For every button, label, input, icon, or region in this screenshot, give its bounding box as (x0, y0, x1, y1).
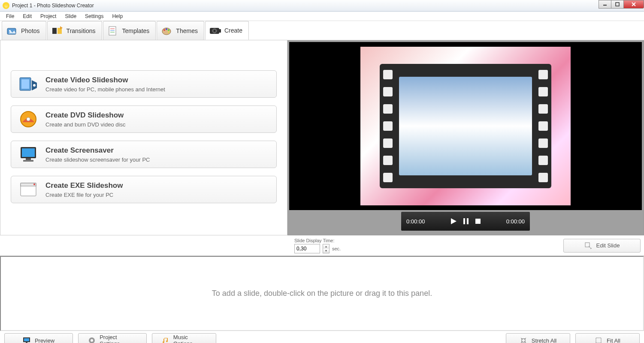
menu-settings[interactable]: Settings (81, 12, 108, 21)
stop-icon (475, 217, 481, 225)
minimize-button[interactable] (599, 0, 611, 9)
create-option-title: Create DVD Slideshow (45, 111, 125, 120)
tab-create[interactable]: Create (205, 21, 249, 40)
app-icon: ☺ (3, 2, 9, 9)
edit-slide-label: Edit Slide (596, 242, 620, 249)
svg-point-33 (33, 184, 35, 185)
photos-icon (6, 25, 18, 37)
minimize-icon (603, 2, 607, 6)
edit-slide-button[interactable]: Edit Slide (563, 239, 641, 253)
svg-rect-34 (463, 218, 465, 224)
create-option-desc: Create video for PC, mobile phones and I… (45, 86, 165, 93)
svg-rect-35 (467, 218, 469, 224)
fit-all-button[interactable]: Fit All (575, 333, 640, 343)
exe-slideshow-icon (18, 181, 39, 199)
slide-preview-image (360, 47, 571, 205)
svg-rect-30 (23, 160, 33, 162)
svg-rect-6 (52, 28, 57, 34)
svg-rect-28 (22, 148, 35, 157)
main-row: Create Video Slideshow Create video for … (0, 40, 644, 235)
music-icon (162, 337, 169, 343)
svg-point-19 (214, 30, 215, 32)
create-option-desc: Create EXE file for your PC (45, 192, 123, 198)
play-button[interactable] (450, 217, 457, 225)
slide-time-unit: sec. (332, 246, 341, 251)
window-controls (599, 0, 644, 9)
button-label: Preview (35, 337, 54, 343)
slide-time-input[interactable] (294, 244, 320, 253)
slide-time-spinner[interactable]: ▲ ▼ (323, 244, 330, 253)
create-option-desc: Create slideshow screensaver for your PC (45, 156, 150, 163)
menu-slide[interactable]: Slide (60, 12, 81, 21)
pause-icon (463, 217, 469, 225)
button-label: Project Settings (100, 334, 137, 343)
transitions-icon (51, 25, 63, 37)
timeline-hint: To add a slide, double-click on the pict… (212, 289, 432, 298)
button-label: Fit All (607, 337, 620, 343)
project-settings-button[interactable]: Project Settings (78, 333, 147, 343)
screensaver-icon (18, 145, 39, 163)
edit-slide-icon (584, 242, 592, 250)
svg-rect-22 (21, 79, 29, 89)
spinner-up-icon[interactable]: ▲ (323, 244, 329, 249)
create-dvd-button[interactable]: Create DVD Slideshow Create and burn DVD… (11, 105, 277, 133)
pause-button[interactable] (463, 217, 469, 225)
tab-photos[interactable]: Photos (2, 21, 46, 40)
preview-panel: 0:00:00 0:00:00 (287, 40, 644, 235)
svg-point-23 (33, 84, 36, 87)
video-slideshow-icon (18, 75, 39, 93)
svg-point-26 (27, 117, 30, 121)
svg-rect-29 (26, 158, 31, 160)
tab-label: Themes (176, 27, 198, 34)
dvd-slideshow-icon (18, 110, 39, 128)
music-options-button[interactable]: Music Options (152, 333, 216, 343)
create-option-title: Create Screensaver (45, 146, 150, 155)
preview-button[interactable]: Preview (4, 333, 73, 343)
tab-transitions[interactable]: Transitions (47, 21, 102, 40)
button-label: Music Options (173, 334, 206, 343)
svg-point-15 (168, 29, 169, 31)
create-option-desc: Create and burn DVD video disc (45, 121, 125, 128)
tab-themes[interactable]: Themes (157, 21, 204, 40)
stretch-icon (520, 337, 527, 343)
tab-label: Templates (122, 27, 150, 34)
menu-edit[interactable]: Edit (18, 12, 36, 21)
svg-point-43 (91, 339, 93, 342)
create-panel: Create Video Slideshow Create video for … (0, 40, 287, 235)
svg-rect-1 (616, 3, 619, 6)
templates-icon (107, 25, 119, 37)
video-stage (289, 42, 642, 210)
svg-rect-39 (24, 338, 29, 341)
fit-icon (595, 337, 602, 343)
player-bar: 0:00:00 0:00:00 (401, 212, 530, 231)
film-frame-decoration (380, 64, 551, 188)
maximize-button[interactable] (611, 0, 624, 9)
menu-file[interactable]: File (2, 12, 18, 21)
stretch-all-button[interactable]: Stretch All (506, 333, 570, 343)
spinner-down-icon[interactable]: ▼ (323, 249, 329, 253)
tab-bar: Photos Transitions Templates Themes Crea… (0, 21, 644, 40)
create-video-button[interactable]: Create Video Slideshow Create video for … (11, 70, 277, 98)
slide-controls-row: Slide Display Time: ▲ ▼ sec. Edit Slide (0, 235, 644, 256)
create-option-title: Create EXE Slideshow (45, 181, 123, 190)
svg-rect-45 (596, 338, 601, 343)
title-bar: ☺ Project 1 - Photo Slideshow Creator (0, 0, 644, 12)
tab-label: Transitions (67, 27, 96, 34)
create-exe-button[interactable]: Create EXE Slideshow Create EXE file for… (11, 176, 277, 203)
menu-help[interactable]: Help (108, 12, 127, 21)
menu-project[interactable]: Project (36, 12, 60, 21)
close-button[interactable] (623, 0, 644, 9)
play-icon (450, 217, 457, 225)
timeline-drop-area[interactable]: To add a slide, double-click on the pict… (0, 256, 644, 331)
themes-icon (160, 25, 172, 37)
svg-point-14 (166, 28, 167, 30)
tab-label: Create (224, 27, 242, 34)
menu-bar: File Edit Project Slide Settings Help (0, 12, 644, 21)
tab-templates[interactable]: Templates (103, 21, 156, 40)
create-screensaver-button[interactable]: Create Screensaver Create slideshow scre… (11, 141, 277, 168)
svg-point-16 (168, 31, 169, 33)
close-icon (631, 2, 636, 7)
stop-button[interactable] (475, 217, 481, 225)
svg-rect-20 (219, 29, 221, 33)
create-icon (209, 24, 221, 36)
